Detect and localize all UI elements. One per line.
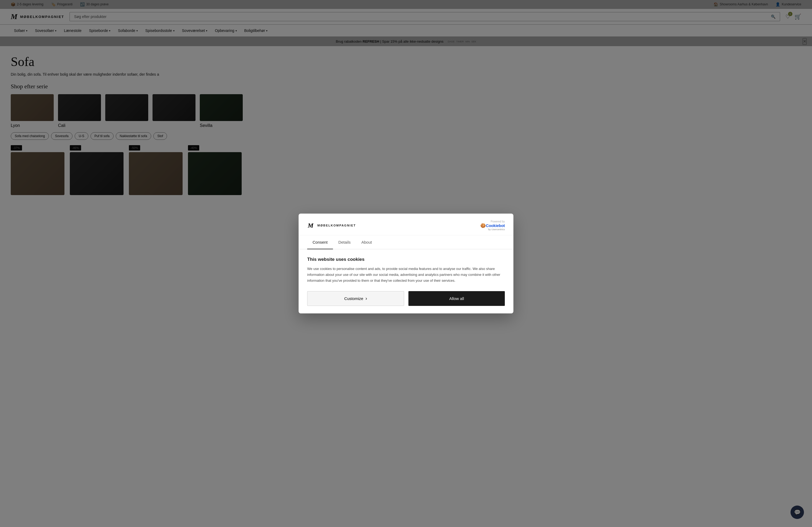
cookie-overlay: M MØBELKOMPAGNIET Powered by 🍪 Cookiebot… xyxy=(0,0,812,203)
